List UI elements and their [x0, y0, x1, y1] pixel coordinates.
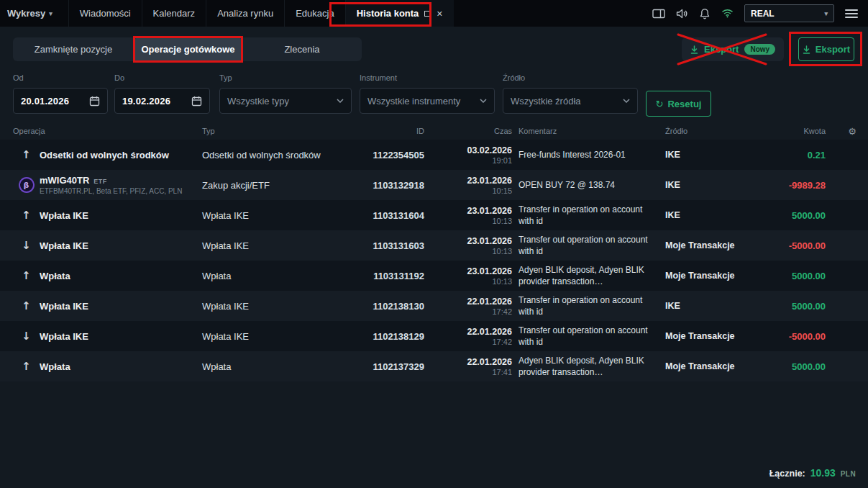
operation-type: Odsetki od wolnych środków [202, 150, 356, 161]
filter-type: Typ Wszystkie typy [219, 73, 352, 114]
tab-zlecenia[interactable]: Zlecenia [242, 37, 362, 61]
charts-menu[interactable]: Wykresy ▾ [0, 0, 61, 27]
type-select[interactable]: Wszystkie typy [219, 88, 352, 114]
instrument-subtitle: ETFBM40TR.PL, Beta ETF, PFIZ, ACC, PLN [40, 187, 202, 195]
calendar-icon[interactable] [89, 96, 100, 107]
tab-zamkniete-pozycje[interactable]: Zamknięte pozycje [13, 37, 134, 61]
operation-id: 1102138129 [356, 331, 424, 342]
column-header-czas[interactable]: Czas [424, 127, 512, 135]
column-header-zrodlo[interactable]: Źródło [665, 127, 762, 135]
column-header-operacja[interactable]: Operacja [13, 127, 202, 135]
table-row[interactable]: ↑WpłataWpłata110213732922.01.202617:41Ad… [0, 351, 868, 381]
operation-amount: 5000.00 [762, 361, 826, 372]
source-select[interactable]: Wszystkie źródła [503, 88, 638, 114]
export-button-old[interactable]: Eksport Nowy [682, 37, 784, 61]
column-settings-gear-icon[interactable]: ⚙ [848, 126, 868, 137]
popout-icon[interactable] [424, 11, 431, 17]
table-row[interactable]: βmWIG40TRETFETFBM40TR.PL, Beta ETF, PFIZ… [0, 170, 868, 200]
nav-item-kalendarz[interactable]: Kalendarz [142, 0, 206, 27]
operation-id: 1122354505 [356, 150, 424, 161]
calendar-icon[interactable] [191, 96, 202, 107]
source-select-value: Wszystkie źródła [511, 96, 581, 107]
operation-time: 10:15 [492, 186, 512, 195]
topbar: Wykresy ▾ Wiadomości Kalendarz Analiza r… [0, 0, 868, 27]
table-header: Operacja Typ ID Czas Komentarz Źródło Kw… [0, 122, 868, 140]
arrow-up-icon: ↑ [22, 360, 31, 373]
operation-source: IKE [665, 150, 762, 160]
operation-amount: 5000.00 [762, 210, 826, 221]
table-row[interactable]: ↓Wpłata IKEWpłata IKE110213812922.01.202… [0, 321, 868, 351]
operation-amount: -5000.00 [762, 240, 826, 251]
tab-operacje-gotowkowe[interactable]: Operacje gotówkowe [134, 37, 242, 61]
tab-historia-konta-label: Historia konta [357, 8, 419, 19]
operation-type: Wpłata IKE [202, 331, 356, 342]
operation-comment: Free-funds Interest 2026-01 [518, 149, 658, 161]
table-row[interactable]: ↑Wpłata IKEWpłata IKE110313160423.01.202… [0, 200, 868, 230]
operation-time: 10:13 [492, 277, 512, 286]
instrument-select[interactable]: Wszystkie instrumenty [360, 88, 495, 114]
chevron-down-icon: ▾ [824, 10, 828, 17]
table-row[interactable]: ↓Wpłata IKEWpłata IKE110313160323.01.202… [0, 230, 868, 261]
total-currency: PLN [841, 470, 856, 478]
date-from-input[interactable]: 20.01.2026 [13, 88, 108, 114]
filter-to: Do 19.02.2026 [114, 73, 210, 114]
tab-historia-konta[interactable]: Historia konta × [345, 0, 454, 27]
nav-item-analiza-rynku[interactable]: Analiza rynku [206, 0, 284, 27]
reset-filters-button[interactable]: ↻ Resetuj [646, 91, 711, 117]
column-header-komentarz[interactable]: Komentarz [518, 127, 658, 135]
column-header-kwota[interactable]: Kwota [762, 127, 826, 135]
chevron-down-icon: ▾ [49, 10, 52, 17]
operation-date: 22.01.2026 [467, 357, 512, 367]
close-icon[interactable]: × [437, 9, 442, 19]
filter-from-label: Od [13, 73, 108, 82]
table-row[interactable]: ↑Wpłata IKEWpłata IKE110213813022.01.202… [0, 291, 868, 321]
chevron-down-icon [337, 99, 344, 103]
total-summary: Łącznie: 10.93 PLN [769, 467, 856, 479]
filter-instrument: Instrument Wszystkie instrumenty [360, 73, 495, 114]
operation-source: IKE [665, 180, 762, 190]
workspace-icon[interactable] [652, 9, 665, 19]
operation-source: Moje Transakcje [665, 331, 762, 341]
account-selector-value: REAL [751, 9, 775, 19]
arrow-up-icon: ↑ [22, 209, 31, 222]
operation-source: IKE [665, 301, 762, 311]
operation-title: Wpłata IKE [40, 301, 88, 312]
operation-time: 17:42 [492, 338, 512, 346]
filter-from: Od 20.01.2026 [13, 73, 108, 114]
operation-time: 10:13 [492, 247, 512, 256]
refresh-icon: ↻ [656, 99, 664, 109]
operation-type: Wpłata [202, 271, 356, 281]
date-to-input[interactable]: 19.02.2026 [114, 88, 210, 114]
connection-icon[interactable] [721, 9, 734, 18]
arrow-up-icon: ↑ [22, 269, 31, 282]
table-row[interactable]: ↑Odsetki od wolnych środkówOdsetki od wo… [0, 140, 868, 170]
operation-date: 22.01.2026 [467, 297, 512, 307]
new-badge: Nowy [744, 44, 775, 55]
table-row[interactable]: ↑WpłataWpłata110313119223.01.202610:13Ad… [0, 261, 868, 291]
instrument-logo-icon: β [19, 177, 35, 193]
sound-icon[interactable] [676, 9, 688, 19]
operation-time: 19:01 [492, 156, 512, 165]
operation-type: Wpłata [202, 361, 356, 372]
arrow-down-icon: ↓ [22, 239, 31, 252]
operation-amount: -9989.28 [762, 180, 826, 191]
column-header-id[interactable]: ID [356, 127, 424, 135]
notifications-icon[interactable] [699, 8, 711, 19]
operation-comment: Transfer out operation on account with i… [518, 234, 658, 257]
column-header-typ[interactable]: Typ [202, 127, 356, 135]
operation-comment: Transfer out operation on account with i… [518, 325, 658, 348]
nav-item-wiadomosci[interactable]: Wiadomości [68, 0, 142, 27]
topbar-right-cluster: REAL ▾ [652, 4, 868, 22]
filter-type-label: Typ [219, 73, 352, 82]
date-to-value: 19.02.2026 [122, 96, 170, 107]
account-selector[interactable]: REAL ▾ [744, 4, 834, 22]
operation-comment: Transfer in operation on account with id [518, 294, 658, 317]
export-button[interactable]: Eksport [798, 37, 854, 61]
operation-comment: Adyen BLIK deposit, Adyen BLIK provider … [518, 264, 658, 287]
operation-source: Moje Transakcje [665, 271, 762, 281]
nav-item-edukacja[interactable]: Edukacja [284, 0, 344, 27]
hamburger-menu-icon[interactable] [845, 9, 858, 18]
operation-title: Wpłata IKE [40, 240, 88, 251]
top-navigation: Wiadomości Kalendarz Analiza rynku Eduka… [68, 0, 454, 27]
arrow-up-icon: ↑ [22, 148, 31, 161]
